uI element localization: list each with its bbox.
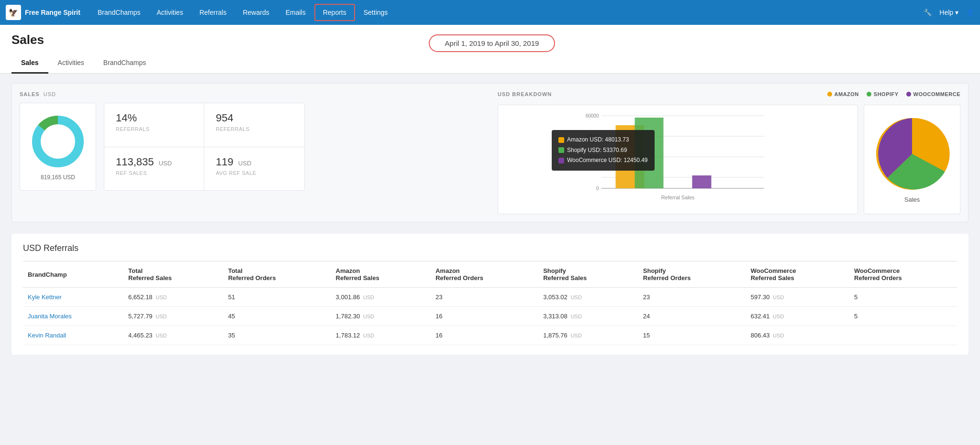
row-woo-orders-kevin [849,326,957,345]
row-shopify-orders-kevin: 15 [638,326,746,345]
pie-chart-card: Sales [864,105,960,214]
tooltip-amazon-text: Amazon USD: 48013.73 [567,135,629,145]
nav-reports[interactable]: Reports [314,4,355,21]
tooltip-woo-dot [558,158,564,163]
row-total-sales-kevin: 4,465.23 USD [123,326,223,345]
stat-referral-pct: 14% REFERRALS [104,103,204,147]
referrals-table-section: USD Referrals BrandChamp TotalReferred S… [11,234,969,355]
row-total-sales-kyle: 6,652.18 USD [123,288,223,307]
col-amazon-sales: AmazonReferred Sales [331,261,431,288]
row-woo-sales-kyle: 597.30 USD [746,288,849,307]
navbar-right: 🔧 Help ▾ 👤 [924,9,974,16]
donut-value-label: 819,165 USD [41,174,75,181]
tab-sales[interactable]: Sales [11,53,48,74]
main-content: SALES USD [0,74,980,364]
navbar: 🦅 Free Range Spirit BrandChamps Activiti… [0,0,980,25]
legend-shopify: SHOPIFY [867,91,899,97]
app-name: Free Range Spirit [25,9,80,16]
help-menu[interactable]: Help ▾ [939,9,958,16]
row-total-orders-juanita: 45 [223,307,331,326]
tooltip-row-woo: WooCommerce USD: 12450.49 [558,155,648,166]
user-menu[interactable]: 👤 [966,9,974,16]
table-section-title: USD Referrals [23,243,957,253]
svg-rect-15 [692,175,712,188]
breakdown-title: USD BREAKDOWN [498,91,552,97]
app-logo[interactable]: 🦅 Free Range Spirit [6,5,80,20]
nav-settings[interactable]: Settings [356,5,396,20]
stat-value-pct: 14% [116,112,192,124]
col-shopify-sales: ShopifyReferred Sales [538,261,638,288]
row-shopify-sales-kyle: 3,053.02 USD [538,288,638,307]
stat-label-avg: AVG REF SALE [216,170,293,176]
svg-point-3 [41,125,75,158]
nav-activities[interactable]: Activities [149,5,190,20]
row-amazon-sales-kyle: 3,001.86 USD [331,288,431,307]
tooltip-woo-text: WooCommerce USD: 12450.49 [567,155,648,166]
col-woo-sales: WooCommerceReferred Sales [746,261,849,288]
pie-chart-svg [874,116,950,192]
table-row: Kevin Randall 4,465.23 USD 35 1,783.12 U… [23,326,957,345]
row-woo-orders-juanita: 5 [849,307,957,326]
table-row: Kyle Kettner 6,652.18 USD 51 3,001.86 US… [23,288,957,307]
row-shopify-sales-juanita: 3,313.08 USD [538,307,638,326]
nav-emails[interactable]: Emails [278,5,313,20]
table-row: Juanita Morales 5,727.79 USD 45 1,782.30… [23,307,957,326]
col-total-orders: TotalReferred Orders [223,261,331,288]
tab-brandchamps[interactable]: BrandChamps [94,53,156,74]
stat-referral-count: 954 REFERRALS [204,103,304,147]
page-title: Sales [11,33,44,53]
stat-label-count: REFERRALS [216,126,293,132]
stat-label-pct: REFERRALS [116,126,192,132]
row-shopify-sales-kevin: 1,875.76 USD [538,326,638,345]
row-woo-orders-kyle: 5 [849,288,957,307]
nav-rewards[interactable]: Rewards [235,5,277,20]
row-name-juanita[interactable]: Juanita Morales [23,307,123,326]
row-amazon-orders-juanita: 16 [431,307,538,326]
svg-text:0: 0 [596,186,599,191]
page-header: Sales April 1, 2019 to April 30, 2019 [0,25,980,53]
col-brandchamp: BrandChamp [23,261,123,288]
legend-woocommerce: WOOCOMMERCE [906,91,960,97]
date-range-input[interactable]: April 1, 2019 to April 30, 2019 [429,34,556,52]
referrals-table: BrandChamp TotalReferred Sales TotalRefe… [23,261,957,345]
donut-card: 819,165 USD [20,103,96,191]
legend-woocommerce-label: WOOCOMMERCE [913,91,960,97]
row-name-kyle[interactable]: Kyle Kettner [23,288,123,307]
bar-chart-card: 60000 40000 20000 0 [498,105,858,214]
donut-chart-svg [29,113,87,170]
stat-value-avg: 119 USD [216,156,293,168]
stat-value-ref-sales: 113,835 USD [116,156,192,168]
nav-referrals[interactable]: Referrals [192,5,234,20]
nav-brandchamps[interactable]: BrandChamps [90,5,148,20]
row-woo-sales-juanita: 632.41 USD [746,307,849,326]
legend-shopify-dot [867,92,871,97]
tooltip-shopify-dot [558,147,564,153]
tooltip-row-amazon: Amazon USD: 48013.73 [558,135,648,145]
row-name-kevin[interactable]: Kevin Randall [23,326,123,345]
stat-value-count: 954 [216,112,293,124]
legend-amazon-label: AMAZON [835,91,859,97]
table-header-row: BrandChamp TotalReferred Sales TotalRefe… [23,261,957,288]
row-total-orders-kyle: 51 [223,288,331,307]
tooltip-row-shopify: Shopify USD: 53370.69 [558,145,648,156]
sales-usd-section: SALES USD [11,83,969,222]
stats-grid: 14% REFERRALS 954 REFERRALS 113,835 USD … [104,103,305,191]
tooltip-shopify-text: Shopify USD: 53370.69 [567,145,627,156]
row-amazon-sales-kevin: 1,783.12 USD [331,326,431,345]
row-amazon-orders-kevin: 16 [431,326,538,345]
sales-currency-label: USD [44,91,56,97]
row-shopify-orders-kyle: 23 [638,288,746,307]
pie-label: Sales [904,196,920,203]
row-amazon-orders-kyle: 23 [431,288,538,307]
stat-label-ref-sales: REF SALES [116,170,192,176]
tools-icon[interactable]: 🔧 [924,9,932,16]
legend-woocommerce-dot [906,92,911,97]
tooltip-amazon-dot [558,137,564,143]
navbar-links: BrandChamps Activities Referrals Rewards… [90,4,924,21]
chart-svg-container: 60000 40000 20000 0 [504,111,852,208]
row-woo-sales-kevin: 806.43 USD [746,326,849,345]
col-woo-orders: WooCommerceReferred Orders [849,261,957,288]
col-amazon-orders: AmazonReferred Orders [431,261,538,288]
tab-activities[interactable]: Activities [48,53,94,74]
row-total-sales-juanita: 5,727.79 USD [123,307,223,326]
